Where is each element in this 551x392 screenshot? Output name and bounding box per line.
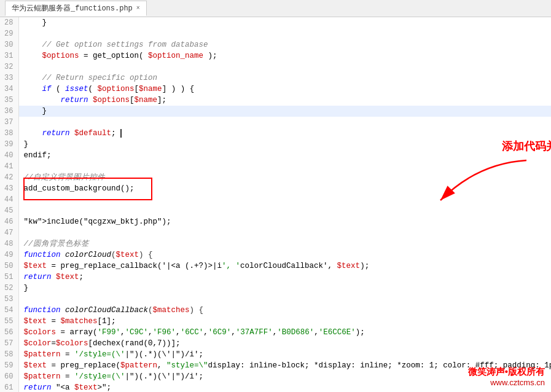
- line-code: add_custom_background();: [18, 183, 551, 194]
- line-number: 40: [0, 150, 18, 161]
- line-code: $pattern = '/style=(\'|")(.*)(\'|")/i';: [18, 371, 551, 382]
- line-code: }: [18, 283, 551, 294]
- line-code: endif;: [18, 150, 551, 161]
- line-code: }: [18, 17, 551, 28]
- line-number: 39: [0, 139, 18, 150]
- line-number: 33: [0, 73, 18, 84]
- line-number: 47: [0, 227, 18, 238]
- line-code: [18, 294, 551, 305]
- line-number: 38: [0, 128, 18, 139]
- line-code: return "<a $text>";: [18, 382, 551, 392]
- line-number: 59: [0, 360, 18, 371]
- line-number: 32: [0, 61, 18, 73]
- line-number: 57: [0, 338, 18, 349]
- line-code: function colorCloud($text) {: [18, 249, 551, 261]
- line-number: 37: [0, 117, 18, 128]
- line-number: 53: [0, 294, 18, 305]
- close-tab-button[interactable]: ×: [136, 5, 140, 12]
- line-code: "kw">include("qcgzxw_bktj.php");: [18, 216, 551, 227]
- line-number: 50: [0, 261, 18, 272]
- line-code: [18, 205, 551, 216]
- line-number: 30: [0, 39, 18, 50]
- line-code: function colorCloudCallback($matches) {: [18, 305, 551, 316]
- code-editor: 28 }29 30 // Get option settings from da…: [0, 17, 551, 392]
- line-number: 43: [0, 183, 18, 194]
- line-number: 55: [0, 316, 18, 327]
- line-number: 36: [0, 106, 18, 117]
- line-code: [18, 161, 551, 172]
- line-number: 46: [0, 216, 18, 227]
- line-code: }: [18, 106, 551, 117]
- line-code: $colors = array('F99','C9C','F96','6CC',…: [18, 327, 551, 338]
- line-code: if ( isset( $options[$name] ) ) {: [18, 84, 551, 95]
- line-code: $color=$colors[dechex(rand(0,7))];: [18, 338, 551, 349]
- line-code: $text = $matches[1];: [18, 316, 551, 327]
- title-bar: 华为云鲲鹏服务器_functions.php ×: [0, 0, 551, 17]
- line-number: 42: [0, 172, 18, 183]
- line-number: 44: [0, 194, 18, 205]
- code-table: 28 }29 30 // Get option settings from da…: [0, 17, 551, 392]
- line-code: [18, 227, 551, 238]
- line-code: return $text;: [18, 272, 551, 283]
- line-code: $text = preg_replace_callback('|<a (.+?)…: [18, 261, 551, 272]
- line-code: return $default;: [18, 128, 551, 139]
- line-code: //自定义背景图片控件: [18, 172, 551, 183]
- line-number: 48: [0, 238, 18, 249]
- line-number: 61: [0, 382, 18, 392]
- line-number: 56: [0, 327, 18, 338]
- line-code: $options = get_option( $option_name );: [18, 50, 551, 61]
- line-number: 49: [0, 249, 18, 261]
- line-number: 54: [0, 305, 18, 316]
- line-number: 45: [0, 205, 18, 216]
- line-code: // Get option settings from database: [18, 39, 551, 50]
- tab-label: 华为云鲲鹏服务器_functions.php: [12, 3, 133, 14]
- line-code: [18, 61, 551, 73]
- line-number: 34: [0, 84, 18, 95]
- line-number: 35: [0, 95, 18, 106]
- line-code: //圆角背景色标签: [18, 238, 551, 249]
- editor-tab[interactable]: 华为云鲲鹏服务器_functions.php ×: [5, 1, 147, 16]
- line-code: [18, 117, 551, 128]
- line-number: 29: [0, 28, 18, 39]
- line-number: 60: [0, 371, 18, 382]
- line-number: 28: [0, 17, 18, 28]
- line-number: 58: [0, 349, 18, 360]
- line-number: 31: [0, 50, 18, 61]
- line-code: }: [18, 139, 551, 150]
- line-number: 51: [0, 272, 18, 283]
- line-number: 52: [0, 283, 18, 294]
- line-code: return $options[$name];: [18, 95, 551, 106]
- line-code: $text = preg_replace($pattern, "style=\"…: [18, 360, 551, 371]
- line-code: // Return specific option: [18, 73, 551, 84]
- line-code: $pattern = '/style=(\'|")(.*)(\'|")/i';: [18, 349, 551, 360]
- line-number: 41: [0, 161, 18, 172]
- line-code: [18, 194, 551, 205]
- line-code: [18, 28, 551, 39]
